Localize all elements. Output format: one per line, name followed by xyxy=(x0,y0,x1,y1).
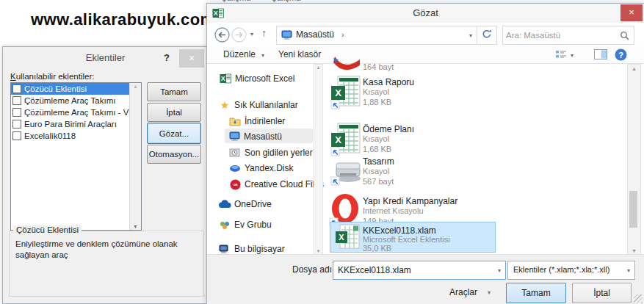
sidebar-item-microsoft-excel[interactable]: X Microsoft Excel xyxy=(219,72,294,85)
addin-list-item[interactable]: Çözümleme Araç Takımı - VBA xyxy=(11,106,141,118)
addins-ok-button[interactable]: Tamam xyxy=(147,82,201,101)
listbox-scrollbar[interactable]: ▲ ▼ xyxy=(129,83,141,230)
sidebar-item-homegroup[interactable]: Ev Grubu xyxy=(218,218,272,231)
background-tab: Çalışma xyxy=(271,0,300,2)
organize-dropdown-icon[interactable]: ▾ xyxy=(261,52,264,59)
browse-cancel-button[interactable]: İptal xyxy=(572,283,632,303)
forward-icon[interactable] xyxy=(231,27,247,46)
sidebar-item-favorites[interactable]: ★ Sık Kullanılanlar xyxy=(218,98,298,112)
addin-label: Excelalik0118 xyxy=(24,131,76,140)
file-type-value: Eklentiler (*.xlam;*.xla;*.xll) xyxy=(513,261,609,278)
excel-addin-file-icon[interactable]: X xyxy=(335,224,360,253)
resize-grip-icon[interactable] xyxy=(634,294,643,303)
background-tab: Çalışma xyxy=(221,0,250,2)
change-view-icon[interactable] xyxy=(555,49,567,62)
excel-shortcut-icon[interactable]: X xyxy=(330,123,361,159)
file-icon-clipped[interactable] xyxy=(332,57,363,74)
breadcrumb-location[interactable]: Masaüstü xyxy=(296,26,334,43)
svg-text:X: X xyxy=(339,233,344,242)
addin-list-item[interactable]: Çözücü Eklentisi xyxy=(11,83,141,95)
chevron-down-icon[interactable]: ▾ xyxy=(627,267,630,274)
file-list-scrollbar[interactable]: ▲ ▼ xyxy=(627,64,641,256)
view-dropdown-icon[interactable]: ▾ xyxy=(571,52,574,59)
browse-ok-button[interactable]: Tamam xyxy=(506,283,566,303)
address-dropdown-icon[interactable]: ▾ xyxy=(469,32,472,39)
downloads-folder-icon xyxy=(228,116,242,126)
checkbox-icon[interactable] xyxy=(12,96,21,105)
onedrive-icon xyxy=(218,200,231,209)
excel-shortcut-icon[interactable]: X xyxy=(330,76,361,112)
checkbox-icon[interactable] xyxy=(12,120,21,129)
sidebar-item-recent-places[interactable]: Son gidilen yerler xyxy=(228,146,313,159)
addin-list-item[interactable]: Euro Para Birimi Araçları xyxy=(11,118,141,130)
preview-pane-icon[interactable] xyxy=(594,49,607,62)
refresh-button[interactable] xyxy=(477,26,497,45)
sidebar-item-label: Bu bilgisayar xyxy=(234,244,285,254)
addins-browse-button[interactable]: Gözat... xyxy=(147,123,201,144)
search-input[interactable] xyxy=(504,28,616,43)
addins-cancel-button[interactable]: İptal xyxy=(147,103,201,122)
history-dropdown-icon[interactable]: ▾ xyxy=(250,31,253,37)
tools-menu[interactable]: Araçlar ▾ xyxy=(449,283,491,302)
breadcrumb-chevron-icon[interactable]: › xyxy=(341,26,344,43)
sidebar-item-label: Yandex.Disk xyxy=(245,163,293,173)
file-name-label: Dosya adı: xyxy=(292,264,334,275)
file-name[interactable]: Yapı Kredi Kampanyalar xyxy=(363,196,457,206)
chevron-down-icon[interactable]: ▾ xyxy=(498,267,501,274)
back-icon[interactable] xyxy=(214,27,230,46)
scroll-down-icon[interactable]: ▼ xyxy=(130,224,141,229)
organize-menu[interactable]: Düzenle xyxy=(223,46,256,62)
checkbox-icon[interactable] xyxy=(12,84,21,93)
scroll-up-icon[interactable]: ▲ xyxy=(130,84,141,89)
watermark: www.alikarabuyuk.com xyxy=(31,10,215,29)
file-type-combobox[interactable]: Eklentiler (*.xlam;*.xla;*.xll) ▾ xyxy=(507,261,635,280)
search-box[interactable] xyxy=(502,26,634,45)
help-icon[interactable]: ? xyxy=(615,48,627,64)
device-shortcut-icon[interactable] xyxy=(330,155,363,189)
sidebar-item-yandex-disk[interactable]: Yandex.Disk xyxy=(228,162,293,175)
scrollbar-thumb[interactable] xyxy=(629,191,637,228)
addins-close-button[interactable]: × xyxy=(179,49,204,68)
available-addins-label: Kullanılabilir eklentiler: xyxy=(10,72,94,81)
file-name[interactable]: Ödeme Planı xyxy=(363,124,414,134)
command-toolbar: Düzenle ▾ Yeni klasör ▾ ? xyxy=(207,46,644,64)
sidebar-item-downloads[interactable]: İndirilenler xyxy=(228,115,285,128)
star-icon: ★ xyxy=(218,99,231,111)
browse-titlebar[interactable]: X Gözat × xyxy=(207,4,644,23)
sidebar-item-label: Masaüstü xyxy=(244,131,282,142)
addin-label: Euro Para Birimi Araçları xyxy=(24,120,117,129)
file-name-combobox[interactable]: ▾ xyxy=(333,261,506,280)
file-name-input[interactable] xyxy=(334,262,493,278)
scroll-down-icon[interactable]: ▼ xyxy=(628,248,640,253)
addins-listbox[interactable]: Çözücü Eklentisi Çözümleme Araç Takımı Ç… xyxy=(10,82,142,231)
addins-automation-button[interactable]: Otomasyon... xyxy=(147,145,201,164)
svg-text:X: X xyxy=(221,75,225,82)
sidebar-item-creative-cloud[interactable]: ∞ Creative Cloud Files xyxy=(228,178,324,191)
checkbox-icon[interactable] xyxy=(12,108,21,117)
file-type: Microsoft Excel Eklentisi xyxy=(363,235,450,244)
sidebar-item-desktop[interactable]: Masaüstü xyxy=(228,130,282,143)
sidebar-item-label: İndirilenler xyxy=(245,116,285,126)
breadcrumb[interactable]: Masaüstü › ▾ xyxy=(276,26,477,45)
search-icon[interactable] xyxy=(620,30,629,43)
new-folder-button[interactable]: Yeni klasör xyxy=(278,46,321,62)
svg-text:∞: ∞ xyxy=(233,181,237,188)
file-type: Kısayol xyxy=(363,87,389,96)
scroll-down-icon[interactable]: ▼ xyxy=(314,249,322,253)
sidebar-item-onedrive[interactable]: OneDrive xyxy=(218,198,272,211)
scroll-up-icon[interactable]: ▲ xyxy=(628,66,640,71)
sidebar-item-label: OneDrive xyxy=(234,199,272,209)
addins-titlebar[interactable]: Eklentiler ? × xyxy=(3,47,208,69)
file-name[interactable]: KKExcel0118.xlam xyxy=(363,225,436,236)
addin-list-item[interactable]: Excelalik0118 xyxy=(11,130,141,142)
help-icon[interactable]: ? xyxy=(164,52,170,63)
browse-close-button[interactable]: × xyxy=(621,4,643,21)
checkbox-icon[interactable] xyxy=(12,131,21,140)
file-name[interactable]: Kasa Raporu xyxy=(363,77,414,87)
file-name[interactable]: Tasarım xyxy=(363,156,394,167)
up-folder-icon[interactable]: ↑ xyxy=(261,27,267,39)
scroll-up-icon[interactable]: ▲ xyxy=(314,65,322,70)
addin-list-item[interactable]: Çözümleme Araç Takımı xyxy=(11,95,141,106)
nav-scrollbar[interactable]: ▲ ▼ xyxy=(314,64,323,255)
addin-label: Çözümleme Araç Takımı xyxy=(24,96,115,105)
